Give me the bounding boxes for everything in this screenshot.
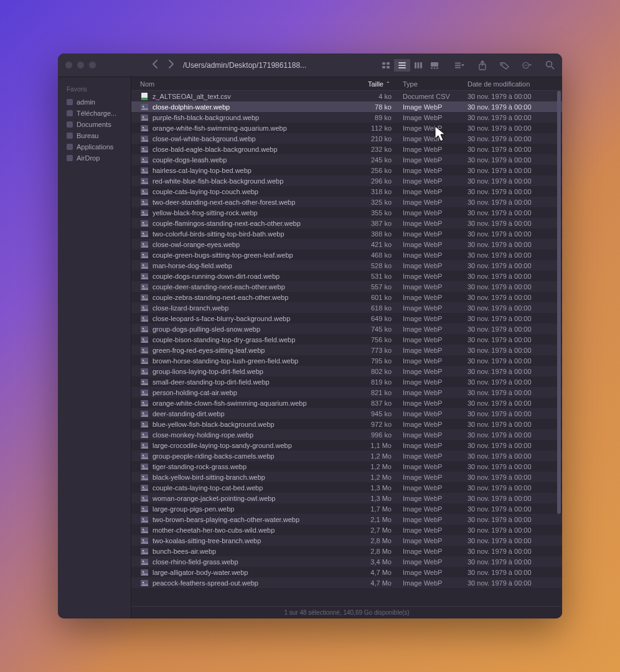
file-row[interactable]: small-deer-standing-top-dirt-field.webp8… [131, 376, 562, 387]
file-row[interactable]: woman-orange-jacket-pointing-owl.webp1,3… [131, 493, 562, 503]
file-row[interactable]: close-monkey-holding-rope.webp996 koImag… [131, 429, 562, 440]
file-row[interactable]: two-deer-standing-next-each-other-forest… [131, 197, 562, 207]
file-row[interactable]: bunch-bees-air.webp2,8 MoImage WebP30 no… [131, 546, 562, 556]
file-row[interactable]: person-holding-cat-air.webp821 koImage W… [131, 387, 562, 398]
column-view-button[interactable] [410, 59, 426, 72]
file-name: two-koalas-sitting-tree-branch.webp [153, 537, 354, 544]
file-row[interactable]: peacock-feathers-spread-out.webp4,7 MoIm… [131, 577, 562, 588]
file-row[interactable]: group-lions-laying-top-dirt-field.webp80… [131, 366, 562, 376]
back-button[interactable] [152, 60, 157, 70]
file-row[interactable]: close-leopard-s-face-blurry-background.w… [131, 313, 562, 324]
file-name: couple-cats-laying-top-cat-bed.webp [153, 484, 354, 492]
file-row[interactable]: orange-white-clown-fish-swimming-aquariu… [131, 398, 562, 408]
close-window-button[interactable] [65, 62, 72, 68]
file-row[interactable]: group-people-riding-backs-camels.webp1,2… [131, 450, 562, 461]
scrollbar-thumb[interactable] [557, 91, 561, 514]
file-type: Image WebP [403, 495, 467, 502]
file-row[interactable]: close-rhino-field-grass.webp3,4 MoImage … [131, 556, 562, 567]
file-row[interactable]: orange-white-fish-swimming-aquarium.webp… [131, 123, 562, 133]
file-row[interactable]: close-bald-eagle-black-background.webp23… [131, 144, 562, 154]
file-size: 557 ko [354, 283, 403, 291]
path-display[interactable]: /Users/admin/Desktop/1719861188... [183, 61, 306, 70]
file-row[interactable]: group-dogs-pulling-sled-snow.webp745 koI… [131, 324, 562, 334]
file-row[interactable]: blue-yellow-fish-black-background.webp97… [131, 419, 562, 429]
file-list[interactable]: z_ALTSEOAI_alt_text.csv4 koDocument CSV3… [131, 91, 562, 606]
action-button[interactable] [522, 61, 532, 70]
minimize-window-button[interactable] [77, 62, 84, 68]
file-type: Image WebP [403, 558, 467, 566]
icon-view-button[interactable] [378, 59, 394, 72]
file-row[interactable]: couple-dogs-leash.webp245 koImage WebP30… [131, 154, 562, 165]
file-name: two-colorful-birds-sitting-top-bird-bath… [153, 230, 354, 238]
file-row[interactable]: green-frog-red-eyes-sitting-leaf.webp773… [131, 345, 562, 355]
image-file-icon [140, 220, 149, 227]
sidebar-item[interactable]: Documents [58, 119, 131, 130]
file-row[interactable]: couple-cats-laying-top-couch.webp318 koI… [131, 186, 562, 197]
file-date: 30 nov. 1979 à 00:00 [467, 505, 562, 513]
file-row[interactable]: couple-flamingos-standing-next-each-othe… [131, 218, 562, 228]
tags-button[interactable] [500, 61, 510, 70]
file-row[interactable]: close-owl-white-background.webp210 koIma… [131, 133, 562, 144]
image-file-icon [140, 389, 149, 396]
file-size: 387 ko [354, 220, 403, 227]
file-row[interactable]: couple-deer-standing-next-each-other.web… [131, 281, 562, 292]
file-row[interactable]: close-dolphin-water.webp78 koImage WebP3… [131, 101, 562, 112]
file-row[interactable]: hairless-cat-laying-top-bed.webp256 koIm… [131, 165, 562, 175]
file-row[interactable]: red-white-blue-fish-black-background.web… [131, 175, 562, 186]
file-row[interactable]: large-crocodile-laying-top-sandy-ground.… [131, 440, 562, 450]
sidebar-item[interactable]: Télécharge... [58, 108, 131, 119]
svg-point-89 [143, 433, 144, 434]
sidebar-item[interactable]: admin [58, 96, 131, 108]
file-row[interactable]: deer-standing-dirt.webp945 koImage WebP3… [131, 408, 562, 419]
column-header-name[interactable]: Nom [140, 80, 354, 88]
file-row[interactable]: brown-horse-standing-top-lush-green-fiel… [131, 355, 562, 366]
list-view-button[interactable] [394, 59, 410, 72]
file-row[interactable]: tiger-standing-rock-grass.webp1,2 MoImag… [131, 461, 562, 472]
file-type: Image WebP [403, 410, 467, 418]
file-row[interactable]: purple-fish-black-background.webp89 koIm… [131, 112, 562, 123]
file-row[interactable]: close-owl-orange-eyes.webp421 koImage We… [131, 239, 562, 250]
file-size: 756 ko [354, 336, 403, 343]
file-row[interactable]: large-group-pigs-pen.webp1,7 MoImage Web… [131, 503, 562, 514]
sidebar-item-icon [67, 99, 73, 105]
group-by-button[interactable] [455, 61, 465, 70]
file-date: 30 nov. 1979 à 00:00 [467, 135, 562, 142]
file-name: large-crocodile-laying-top-sandy-ground.… [153, 442, 354, 449]
file-row[interactable]: two-brown-bears-playing-each-other-water… [131, 514, 562, 525]
file-date: 30 nov. 1979 à 00:00 [467, 378, 562, 386]
file-row[interactable]: black-yellow-bird-sitting-branch.webp1,2… [131, 472, 562, 482]
file-row[interactable]: yellow-black-frog-sitting-rock.webp355 k… [131, 207, 562, 218]
image-file-icon [140, 526, 149, 534]
sidebar-item[interactable]: AirDrop [58, 152, 131, 164]
file-row[interactable]: couple-zebra-standing-next-each-other.we… [131, 292, 562, 302]
file-row[interactable]: close-lizard-branch.webp618 koImage WebP… [131, 302, 562, 313]
svg-point-61 [143, 285, 144, 286]
scrollbar-track[interactable] [557, 91, 561, 604]
column-header-size[interactable]: Taille ⌃ [354, 80, 403, 88]
svg-point-107 [143, 528, 144, 530]
file-date: 30 nov. 1979 à 00:00 [467, 368, 562, 375]
file-row[interactable]: couple-cats-laying-top-cat-bed.webp1,3 M… [131, 482, 562, 493]
search-button[interactable] [545, 61, 555, 70]
file-row[interactable]: two-koalas-sitting-tree-branch.webp2,8 M… [131, 535, 562, 546]
zoom-window-button[interactable] [89, 62, 96, 68]
file-row[interactable]: man-horse-dog-field.webp528 koImage WebP… [131, 260, 562, 271]
file-row[interactable]: couple-green-bugs-sitting-top-green-leaf… [131, 250, 562, 260]
file-size: 618 ko [354, 304, 403, 312]
column-header-date[interactable]: Date de modification [467, 80, 562, 88]
file-row[interactable]: couple-bison-standing-top-dry-grass-fiel… [131, 334, 562, 345]
file-row[interactable]: couple-dogs-running-down-dirt-road.webp5… [131, 271, 562, 281]
file-row[interactable]: two-colorful-birds-sitting-top-bird-bath… [131, 228, 562, 239]
sidebar-item[interactable]: Bureau [58, 130, 131, 141]
file-row[interactable]: large-alligator-body-water.webp4,7 MoIma… [131, 567, 562, 577]
gallery-view-button[interactable] [426, 59, 443, 72]
file-type: Image WebP [403, 315, 467, 322]
share-button[interactable] [477, 61, 487, 70]
column-header-type[interactable]: Type [403, 80, 467, 88]
file-row[interactable]: mother-cheetah-her-two-cubs-wild.webp2,7… [131, 525, 562, 535]
file-row[interactable]: z_ALTSEOAI_alt_text.csv4 koDocument CSV3… [131, 91, 562, 101]
svg-point-111 [143, 549, 144, 551]
sidebar-item[interactable]: Applications [58, 141, 131, 152]
file-date: 30 nov. 1979 à 00:00 [467, 474, 562, 481]
forward-button[interactable] [169, 60, 174, 70]
